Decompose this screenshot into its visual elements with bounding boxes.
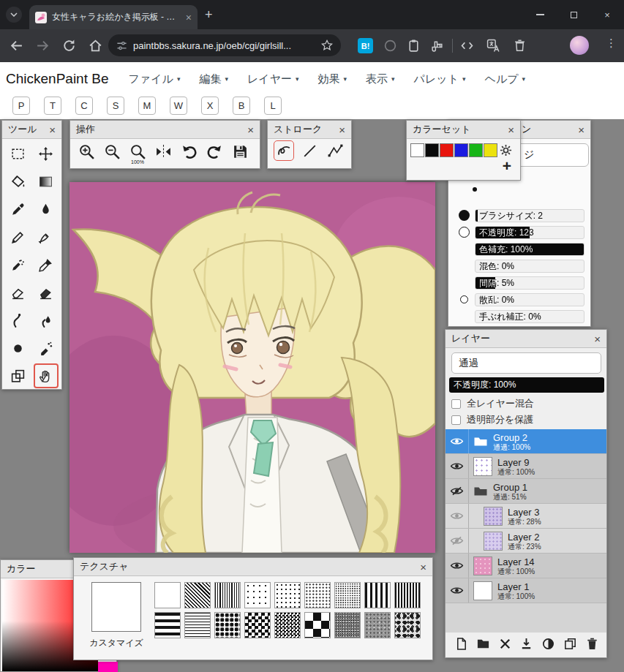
texture-dots-sparse[interactable]	[244, 582, 271, 608]
stroke-mode-freehand[interactable]	[274, 140, 294, 161]
layer-row-layer-3[interactable]: Layer 3通常: 28%	[446, 504, 606, 529]
add-folder-button[interactable]	[476, 637, 490, 651]
color-swatch-5[interactable]	[484, 143, 497, 157]
pen-slider[interactable]: 不透明度: 123	[475, 226, 584, 239]
redo-button[interactable]	[205, 140, 224, 162]
tool-hand[interactable]	[32, 362, 61, 390]
extensions-puzzle-icon[interactable]	[428, 37, 446, 55]
zoom-out-button[interactable]	[102, 140, 121, 162]
pen-slider[interactable]: 混色: 0%	[475, 260, 584, 273]
flip-horizontal-button[interactable]	[154, 140, 173, 162]
color-swatch-2[interactable]	[440, 143, 454, 157]
layer-row-group-1[interactable]: Group 1通過: 51%	[446, 479, 606, 504]
delete-button[interactable]	[585, 637, 599, 651]
layer-row-layer-1[interactable]: Layer 1通常: 100%	[446, 578, 606, 603]
add-layer-button[interactable]	[454, 637, 468, 651]
add-color-button[interactable]: +	[503, 159, 511, 173]
pen-slider[interactable]: 手ぶれ補正: 0%	[475, 310, 584, 323]
layer-row-layer-14[interactable]: Layer 14通常: 100%	[446, 554, 606, 578]
menu-layer[interactable]: レイヤー▾	[247, 72, 299, 86]
tool-eyedropper[interactable]	[4, 195, 32, 223]
layer-opacity-slider[interactable]: 不透明度: 100%	[449, 377, 604, 393]
checkbox[interactable]	[451, 399, 461, 409]
visibility-toggle[interactable]	[446, 554, 469, 578]
stroke-mode-line[interactable]	[299, 140, 320, 161]
color-swatch-1[interactable]	[425, 143, 439, 157]
checkbox[interactable]	[451, 415, 461, 425]
browser-menu-button[interactable]: ⋮	[606, 37, 617, 50]
profile-avatar[interactable]	[570, 36, 589, 55]
tool-airbrush[interactable]	[4, 251, 32, 279]
tool-transform[interactable]	[4, 362, 32, 390]
texture-stripes-h-bold[interactable]	[154, 612, 181, 638]
texture-stripes-v-bold[interactable]	[364, 582, 391, 608]
layer-row-layer-2[interactable]: Layer 2通常: 23%	[446, 529, 606, 554]
texture-diagonal-dense[interactable]	[184, 582, 211, 608]
trash-icon[interactable]	[511, 37, 529, 55]
tool-eraser[interactable]	[4, 279, 32, 306]
close-icon[interactable]: ×	[49, 124, 56, 135]
shortcut-key-C[interactable]: C	[75, 97, 93, 115]
save-button[interactable]	[230, 140, 249, 162]
tool-water[interactable]	[32, 195, 61, 223]
translate-icon[interactable]	[484, 37, 503, 55]
tool-burn[interactable]	[4, 334, 32, 362]
site-settings-icon[interactable]	[116, 40, 127, 51]
texture-dots-grid[interactable]	[304, 582, 331, 608]
undo-button[interactable]	[179, 140, 198, 162]
texture-noise-soft[interactable]	[364, 612, 391, 638]
canvas[interactable]	[69, 182, 435, 553]
pen-slider[interactable]: ブラシサイズ: 2	[475, 209, 584, 222]
menu-file[interactable]: ファイル▾	[128, 72, 180, 86]
hatena-bookmark-extension-icon[interactable]: B!	[358, 38, 373, 53]
color-swatch-0[interactable]	[410, 143, 424, 157]
tool-brush[interactable]	[32, 251, 61, 279]
visibility-toggle[interactable]	[446, 578, 469, 603]
bookmark-star-icon[interactable]	[321, 39, 333, 51]
texture-checker-large[interactable]	[304, 612, 331, 638]
texture-checker-small[interactable]	[244, 612, 271, 638]
forward-button[interactable]	[34, 37, 52, 55]
browser-tab[interactable]: 女性キャラお絵かき掲示板 - Petit ×	[29, 5, 198, 29]
new-tab-button[interactable]: +	[205, 7, 213, 23]
texture-checker-tiny[interactable]	[274, 612, 301, 638]
close-icon[interactable]: ×	[508, 124, 514, 135]
shortcut-key-S[interactable]: S	[107, 97, 124, 115]
close-icon[interactable]: ×	[420, 562, 426, 573]
texture-noise-blotch[interactable]	[394, 612, 421, 638]
layer-row-layer-9[interactable]: Layer 9通常: 100%	[446, 454, 606, 479]
color-swatch-4[interactable]	[469, 143, 483, 157]
close-icon[interactable]: ×	[578, 124, 584, 135]
tool-pen[interactable]	[32, 223, 61, 251]
window-maximize-button[interactable]	[557, 0, 590, 29]
menu-view[interactable]: 表示▾	[366, 72, 395, 86]
shortcut-key-L[interactable]: L	[264, 97, 282, 115]
visibility-toggle[interactable]	[446, 529, 469, 553]
tool-gradient[interactable]	[32, 167, 61, 195]
merge-down-button[interactable]	[519, 637, 533, 651]
close-icon[interactable]: ×	[594, 333, 601, 344]
current-color-chip[interactable]	[98, 662, 118, 672]
texture-dots-medium[interactable]	[274, 582, 301, 608]
zoom-in-button[interactable]	[77, 140, 96, 162]
close-icon[interactable]: ×	[339, 124, 345, 135]
texture-halftone-dots[interactable]	[214, 612, 241, 638]
reload-button[interactable]	[60, 37, 78, 55]
visibility-toggle[interactable]	[446, 504, 469, 528]
visibility-toggle[interactable]	[446, 479, 469, 503]
tool-pencil[interactable]	[4, 223, 32, 251]
texture-dots-fine[interactable]	[334, 582, 361, 608]
menu-help[interactable]: ヘルプ▾	[485, 72, 526, 86]
tool-blur[interactable]	[32, 306, 61, 334]
pen-slider[interactable]: 色補充: 100%	[475, 243, 584, 256]
blend-mode-select[interactable]: 通過	[451, 352, 601, 374]
address-bar[interactable]: paintbbs.sakura.ne.jp/oeb/cgi/girlsill..…	[108, 34, 341, 56]
texture-preview[interactable]	[91, 582, 141, 632]
shortcut-key-B[interactable]: B	[233, 97, 250, 115]
devtools-code-icon[interactable]	[458, 37, 476, 55]
window-minimize-button[interactable]	[523, 0, 557, 29]
menu-palette[interactable]: パレット▾	[414, 72, 466, 86]
back-button[interactable]	[7, 37, 26, 55]
tool-fill[interactable]	[4, 167, 32, 195]
extension-circle-icon[interactable]	[381, 37, 399, 55]
